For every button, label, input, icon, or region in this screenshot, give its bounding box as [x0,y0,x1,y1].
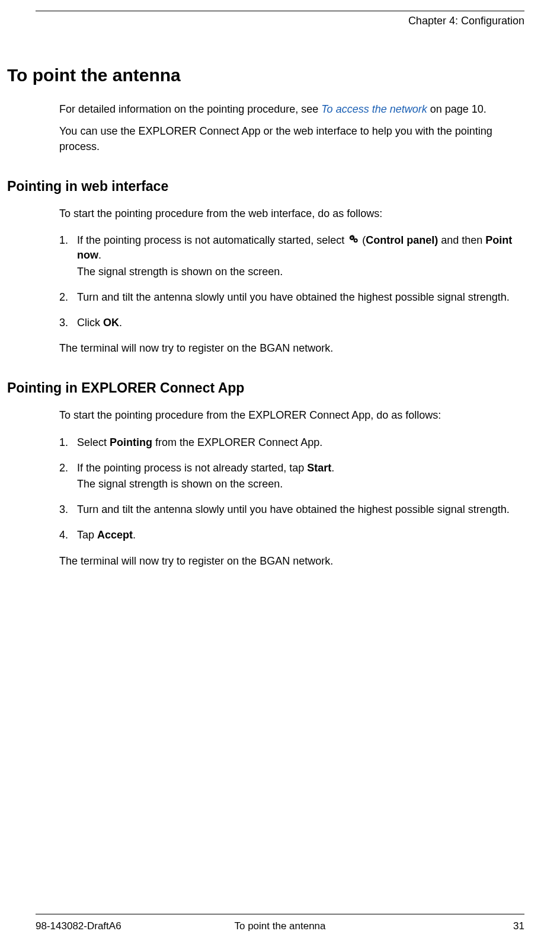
text: . [331,462,334,474]
text: . [119,317,122,329]
bold-accept: Accept [97,529,133,541]
text: from the EXPLORER Connect App. [152,436,322,448]
bold-pointing: Pointing [110,436,152,448]
bold-start: Start [307,462,331,474]
list-item: 3. Click OK. [59,315,524,330]
text: . [133,529,136,541]
section2-after: The terminal will now try to register on… [59,554,524,569]
text: Turn and tilt the antenna slowly until y… [77,502,524,517]
subheading-web-interface: Pointing in web interface [7,177,524,196]
footer-page-number: 31 [513,919,524,933]
text: Turn and tilt the antenna slowly until y… [77,290,524,305]
list-item: 2. Turn and tilt the antenna slowly unti… [59,290,524,305]
intro-paragraph-2: You can use the EXPLORER Connect App or … [59,124,524,154]
list-item: 1. Select Pointing from the EXPLORER Con… [59,435,524,450]
subheading-explorer-app: Pointing in EXPLORER Connect App [7,378,524,397]
step-subtext: The signal strength is shown on the scre… [77,264,524,279]
link-access-network[interactable]: To access the network [321,103,427,115]
list-item: 3. Turn and tilt the antenna slowly unti… [59,502,524,517]
text: . [98,249,101,261]
text: If the pointing process is not already s… [77,462,307,474]
text: Select [77,436,110,448]
list-item: 1. If the pointing process is not automa… [59,233,524,279]
section1-steps: 1. If the pointing process is not automa… [59,233,524,330]
list-item: 2. If the pointing process is not alread… [59,461,524,492]
step-number: 3. [59,502,77,517]
step-number: 1. [59,233,77,279]
section1-intro: To start the pointing procedure from the… [59,206,524,221]
text: on page 10. [427,103,487,115]
section1-after: The terminal will now try to register on… [59,341,524,356]
step-number: 3. [59,315,77,330]
text: ( [359,234,366,246]
bold-ok: OK [103,317,119,329]
gear-icon [347,233,359,244]
step-number: 2. [59,461,77,492]
text: If the pointing process is not automatic… [77,234,347,246]
bold-control-panel: Control panel) [366,234,438,246]
step-number: 4. [59,528,77,543]
step-number: 1. [59,435,77,450]
text: For detailed information on the pointing… [59,103,321,115]
step-number: 2. [59,290,77,305]
footer-doc-id: 98-143082-DraftA6 [36,919,121,933]
chapter-header: Chapter 4: Configuration [36,14,524,28]
page-footer: To point the antenna 98-143082-DraftA6 3… [36,914,524,933]
page-title: To point the antenna [7,63,524,88]
svg-point-1 [355,240,357,241]
text: Click [77,317,103,329]
list-item: 4. Tap Accept. [59,528,524,543]
text: and then [438,234,485,246]
intro-paragraph-1: For detailed information on the pointing… [59,102,524,117]
text: Tap [77,529,97,541]
section2-intro: To start the pointing procedure from the… [59,408,524,423]
step-subtext: The signal strength is shown on the scre… [77,477,524,492]
section2-steps: 1. Select Pointing from the EXPLORER Con… [59,435,524,543]
